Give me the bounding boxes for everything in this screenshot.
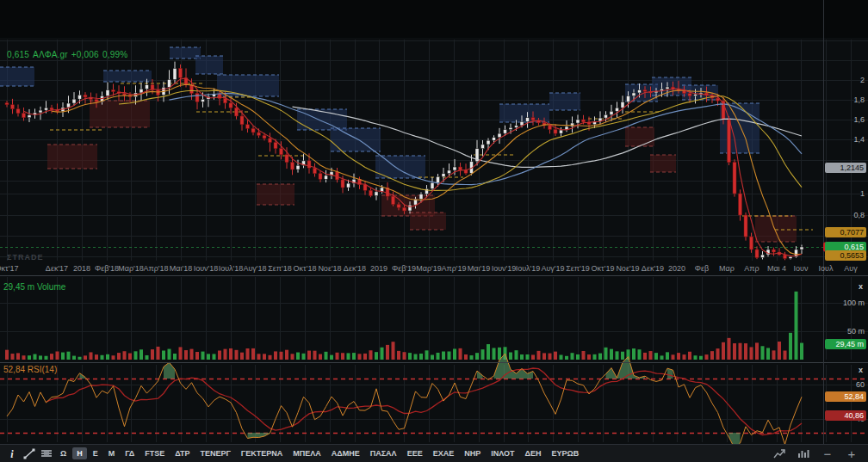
time-axis-label: Νοε'19 bbox=[616, 264, 639, 273]
ticker-button-ΓΔ[interactable]: ΓΔ bbox=[121, 447, 139, 459]
timeframe-button-Ε[interactable]: Ε bbox=[89, 447, 102, 459]
rsi-value: 52,84 bbox=[3, 365, 25, 374]
close-rsi-indicator-button[interactable]: x bbox=[859, 366, 863, 374]
time-axis-label: Αυγ'19 bbox=[541, 264, 564, 273]
ticker-button-ΠΑΣΑΛ[interactable]: ΠΑΣΑΛ bbox=[366, 447, 401, 459]
trading-app-window: 0,615ΑΛΦΑ.gr+0,0060,99% ΣTRADE 29,45 m V… bbox=[0, 0, 868, 462]
legend-price: 0,615 bbox=[7, 50, 29, 59]
ticker-button-ΓΕΚΤΕΡΝΑ[interactable]: ΓΕΚΤΕΡΝΑ bbox=[237, 447, 287, 459]
time-axis-label: Δεκ'19 bbox=[642, 264, 664, 273]
info-icon[interactable]: i bbox=[3, 447, 21, 461]
time-axis-label: Φεβ'18 bbox=[95, 264, 119, 273]
trendline-tool-icon[interactable] bbox=[21, 447, 38, 461]
time-axis-label: Σεπ'19 bbox=[566, 264, 590, 273]
volume-axis-tick: 100 m bbox=[843, 299, 865, 307]
price-axis-tick: 2 bbox=[860, 76, 865, 84]
time-axis-label: Ιουν bbox=[794, 264, 809, 273]
time-axis-label: Μαρ'18 bbox=[118, 264, 144, 273]
time-axis-label: Ιουλ bbox=[819, 264, 834, 273]
time-axis-label: Νοε'18 bbox=[318, 264, 341, 273]
chart-canvas[interactable] bbox=[0, 0, 868, 444]
ticker-button-ΕΥΡΩΒ[interactable]: ΕΥΡΩΒ bbox=[547, 447, 583, 459]
timeframe-button-Μ[interactable]: Μ bbox=[104, 447, 120, 459]
time-axis-label: Φεβ bbox=[695, 264, 709, 273]
time-axis[interactable]: Οκτ'17Δεκ'172018Φεβ'18Μαρ'18Απρ'18Μαι'18… bbox=[0, 261, 868, 275]
ma-value-badge: 0,5653 bbox=[825, 250, 866, 261]
rsi-axis[interactable]: x 604052,8440,86 bbox=[823, 361, 868, 444]
time-axis-label: Οκτ'17 bbox=[0, 264, 18, 273]
time-axis-label: Μαρ bbox=[719, 264, 735, 273]
timeframe-button-Η[interactable]: Η bbox=[72, 447, 87, 459]
ticker-button-ΙΝΛΟΤ[interactable]: ΙΝΛΟΤ bbox=[487, 447, 518, 459]
chart-style-icon[interactable] bbox=[772, 447, 787, 461]
legend-change-pct: 0,99% bbox=[102, 50, 127, 59]
time-axis-label: Ιουν'18 bbox=[194, 264, 219, 273]
time-axis-label: 2018 bbox=[73, 264, 90, 273]
price-axis[interactable]: 21,81,61,410,81,21450,70770,6150,5653 bbox=[823, 0, 868, 261]
time-axis-label: Δεκ'17 bbox=[46, 264, 68, 273]
price-axis-tick: 1,6 bbox=[853, 115, 865, 124]
time-axis-label: Ιουν'19 bbox=[492, 264, 517, 273]
time-axis-label: Ιουλ'18 bbox=[219, 264, 244, 273]
price-axis-tick: 1,8 bbox=[853, 95, 865, 104]
watchlist-icon[interactable] bbox=[38, 447, 55, 461]
ma-value-badge: 1,2145 bbox=[825, 163, 866, 173]
time-axis-label: Δεκ'18 bbox=[344, 264, 366, 273]
volume-indicator-icon[interactable] bbox=[796, 447, 811, 461]
zoom-out-icon[interactable]: − bbox=[820, 447, 835, 461]
zoom-in-icon[interactable]: + bbox=[844, 447, 859, 461]
time-axis-label: 2020 bbox=[668, 264, 685, 273]
svg-text:i: i bbox=[10, 448, 14, 459]
ticker-button-ΜΠΕΛΑ[interactable]: ΜΠΕΛΑ bbox=[288, 447, 326, 459]
rsi-panel-label: 52,84 RSI(14) bbox=[3, 365, 57, 374]
time-axis-label: Μαι 4 bbox=[767, 264, 786, 273]
symbol-legend: 0,615ΑΛΦΑ.gr+0,0060,99% bbox=[7, 50, 131, 59]
rsi-value-badge: 40,86 bbox=[825, 410, 866, 421]
ticker-button-FTSE[interactable]: FTSE bbox=[140, 447, 169, 459]
time-axis-label: Μαι'18 bbox=[170, 264, 192, 273]
volume-axis[interactable]: x 100 m50 m29,45 m bbox=[823, 275, 868, 361]
ticker-button-ΕΕΕ[interactable]: ΕΕΕ bbox=[403, 447, 427, 459]
time-axis-label: Οκτ'18 bbox=[294, 264, 317, 273]
time-axis-label: Οκτ'19 bbox=[592, 264, 615, 273]
timeframe-button-Ω[interactable]: Ω bbox=[56, 447, 71, 459]
legend-change: +0,006 bbox=[71, 50, 99, 59]
ticker-button-ΑΔΜΗΕ[interactable]: ΑΔΜΗΕ bbox=[327, 447, 364, 459]
price-axis-tick: 1 bbox=[860, 189, 865, 198]
price-axis-tick: 1,4 bbox=[853, 135, 865, 144]
price-axis-tick: 0,8 bbox=[853, 211, 865, 219]
ticker-button-ΔΕΗ[interactable]: ΔΕΗ bbox=[520, 447, 545, 459]
volume-value-badge: 29,45 m bbox=[825, 339, 866, 349]
close-volume-indicator-button[interactable]: x bbox=[859, 282, 863, 291]
rsi-value-badge: 52,84 bbox=[825, 391, 866, 402]
volume-axis-tick: 50 m bbox=[847, 327, 865, 336]
ticker-button-ΔΤΡ[interactable]: ΔΤΡ bbox=[170, 447, 194, 459]
ticker-button-ΤΕΝΕΡΓ[interactable]: ΤΕΝΕΡΓ bbox=[195, 447, 234, 459]
time-axis-label: Ιουλ'19 bbox=[516, 264, 541, 273]
time-axis-label: Αυγ'18 bbox=[243, 264, 266, 273]
ma-value-badge: 0,7077 bbox=[825, 227, 866, 237]
bottom-toolbar: iΩΗΕΜΓΔFTSEΔΤΡΤΕΝΕΡΓΓΕΚΤΕΡΝΑΜΠΕΛΑΑΔΜΗΕΠΑ… bbox=[0, 444, 868, 462]
time-axis-label: Σεπ'18 bbox=[268, 264, 292, 273]
rsi-name: RSI(14) bbox=[28, 365, 57, 374]
volume-panel-label: 29,45 m Volume bbox=[3, 282, 65, 292]
time-axis-label: Φεβ'19 bbox=[392, 264, 416, 273]
time-axis-label: Μαι'19 bbox=[468, 264, 490, 273]
time-axis-label: Μαρ'19 bbox=[416, 264, 442, 273]
time-axis-label: 2019 bbox=[370, 264, 388, 273]
ticker-button-ΕΧΑΕ[interactable]: ΕΧΑΕ bbox=[429, 447, 459, 459]
toolbar-right-icons: −+ bbox=[772, 447, 859, 461]
legend-symbol: ΑΛΦΑ.gr bbox=[33, 50, 68, 59]
volume-value: 29,45 m bbox=[3, 282, 34, 292]
rsi-axis-tick: 60 bbox=[856, 380, 865, 389]
ticker-button-ΝΗΡ[interactable]: ΝΗΡ bbox=[460, 447, 485, 459]
volume-name: Volume bbox=[37, 282, 65, 292]
time-axis-label: Απρ'19 bbox=[441, 264, 466, 273]
time-axis-label: Απρ bbox=[744, 264, 759, 273]
time-axis-label: Απρ'18 bbox=[143, 264, 168, 273]
time-axis-label: Αυγ bbox=[844, 264, 857, 273]
